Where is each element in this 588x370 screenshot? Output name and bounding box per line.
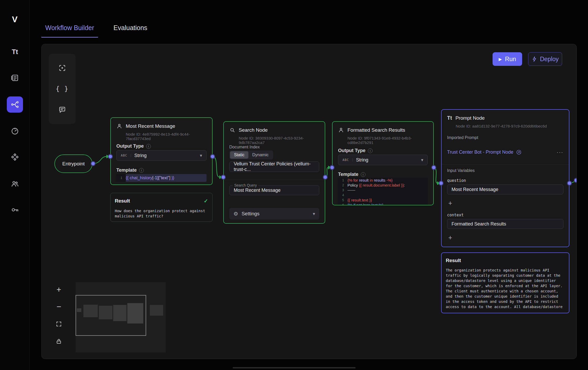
output-type-select[interactable]: ABC String ▾ (116, 150, 207, 161)
result-box-most-recent-message: Result ✓ How does the organization prote… (110, 193, 213, 222)
blocks-icon (11, 153, 19, 161)
deploy-button[interactable]: Deploy (528, 52, 562, 66)
edge-prompt-to-output (569, 181, 576, 183)
tab-evaluations[interactable]: Evaluations (110, 22, 151, 38)
edge-formatted-to-prompt (434, 167, 437, 183)
node-title: Formatted Search Results (347, 127, 405, 133)
tab-workflow-builder[interactable]: Workflow Builder (41, 22, 98, 38)
zoom-in-button[interactable]: + (54, 285, 64, 295)
toggle-dynamic[interactable]: Dynamic (248, 151, 272, 159)
code-line: 1{% for result in results -%} (338, 178, 428, 183)
string-type-icon: ABC (342, 158, 353, 162)
variable-name-context: context (447, 213, 464, 217)
document-index-label: Document Index (229, 145, 260, 149)
settings-accordion[interactable]: ⚙ Settings ▾ (229, 208, 319, 219)
lightning-icon (532, 56, 537, 62)
home-indicator (233, 367, 356, 368)
sidebar-item-prompts[interactable]: Tt (7, 44, 23, 60)
focus-tool-button[interactable] (55, 61, 69, 75)
users-icon (11, 180, 19, 188)
node-formatted-search-results[interactable]: Formatted Search Results Node ID: 9f0713… (332, 121, 434, 205)
imported-prompt-row: Trust Center Bot - Prompt Node ··· (447, 146, 563, 158)
edge-mrm-to-search (213, 157, 219, 177)
code-line: 1{{ chat_history[-1]["text"] }} (116, 174, 207, 182)
node-title: Prompt Node (455, 115, 485, 121)
minimap-node (113, 305, 127, 321)
output-type-label: Output Type i (338, 148, 373, 153)
fit-view-button[interactable] (54, 319, 64, 329)
node-most-recent-message[interactable]: Most Recent Message Node ID: 4e875992-8e… (110, 117, 213, 185)
result-box-prompt: Result The organization protects against… (441, 252, 569, 313)
run-button[interactable]: ▶ Run (493, 52, 522, 66)
template-label: Template i (338, 172, 366, 177)
open-external-icon[interactable] (516, 149, 522, 155)
chevron-down-icon: ▾ (200, 153, 202, 158)
fullscreen-icon (56, 321, 62, 327)
sidebar-item-workflows[interactable] (7, 96, 23, 113)
result-title: Result (115, 198, 130, 204)
sidebar-item-documents[interactable] (7, 70, 23, 86)
input-variables-label: Input Variables (447, 168, 475, 173)
sidebar-item-evaluations[interactable] (7, 123, 23, 139)
check-icon: ✓ (204, 198, 208, 204)
minimap[interactable] (76, 282, 166, 352)
search-query-label: Search Query (233, 183, 258, 187)
code-line: 2Policy {{ result.document.label }}: (338, 183, 428, 188)
sidebar: V Tt (0, 0, 30, 370)
add-variable-value-button[interactable]: + (446, 199, 455, 207)
imported-prompt-label: Imported Prompt (447, 135, 478, 140)
top-tabs: Workflow Builder Evaluations (41, 22, 151, 38)
string-type-icon: ABC (121, 154, 131, 157)
arrowhead (219, 175, 223, 179)
more-menu-icon[interactable]: ··· (557, 149, 563, 155)
output-type-select[interactable]: ABC String ▾ (338, 155, 428, 165)
search-query-input[interactable]: Search Query Most Recent Message (229, 185, 319, 195)
node-title: Most Recent Message (126, 123, 175, 129)
chevron-down-icon: ▾ (313, 211, 315, 217)
variable-question-input[interactable]: Most Recent Message (447, 184, 563, 194)
edge-search-to-formatted (325, 167, 328, 177)
plus-icon: + (448, 234, 452, 242)
code-line: 3------ (338, 188, 428, 193)
workflow-canvas[interactable]: { } ▶ Run Deploy Entrypoint Most Recent … (41, 44, 577, 359)
chevron-down-icon: ▾ (421, 157, 423, 163)
minimap-node (83, 305, 98, 317)
lock-button[interactable] (54, 336, 64, 346)
entrypoint-node[interactable]: Entrypoint (54, 154, 93, 173)
node-header: Formatted Search Results (338, 127, 428, 133)
chat-tool-button[interactable] (55, 103, 69, 117)
node-id: Node ID: 4e875992-8e13-4df4-9c44-7facd37… (126, 132, 212, 141)
sidebar-item-users[interactable] (7, 176, 23, 192)
zoom-out-button[interactable]: − (54, 302, 64, 312)
document-index-input[interactable]: Vellum Trust Center Policies (vellum-tru… (229, 161, 319, 172)
template-editor[interactable]: 1{% for result in results -%}2Policy {{ … (338, 178, 428, 205)
variable-context-input[interactable]: Formatted Search Results (447, 219, 563, 229)
minimap-node (99, 306, 112, 319)
workflow-icon (11, 100, 19, 109)
node-prompt[interactable]: Tt Prompt Node Node ID: aa81d132-9e77-42… (441, 109, 569, 247)
info-icon: i (361, 172, 366, 177)
toggle-static[interactable]: Static (230, 151, 248, 159)
scan-icon (58, 64, 66, 72)
edge-entrypoint-to-mrm (93, 157, 106, 164)
play-icon: ▶ (499, 57, 502, 62)
template-editor[interactable]: 1{{ chat_history[-1]["text"] }} (116, 174, 207, 182)
info-icon: i (146, 144, 151, 149)
node-search[interactable]: Search Node Node ID: 38309330-8097-4c53-… (223, 121, 325, 224)
arrowhead (106, 155, 110, 158)
code-tool-button[interactable]: { } (55, 82, 69, 96)
index-mode-toggle: Static Dynamic (229, 151, 273, 159)
minimap-node (77, 308, 81, 312)
entrypoint-label: Entrypoint (62, 161, 85, 167)
result-title: Result (446, 258, 461, 263)
sidebar-item-modules[interactable] (7, 149, 23, 165)
prompt-link[interactable]: Trust Center Bot - Prompt Node (447, 149, 513, 155)
node-id: Node ID: 38309330-8097-4c53-9234-9db787a… (239, 136, 325, 145)
person-icon (116, 123, 122, 129)
minimap-node (150, 305, 163, 316)
add-variable-value-button[interactable]: + (446, 233, 455, 242)
text-prompt-icon: Tt (12, 48, 18, 56)
sidebar-item-api-keys[interactable] (7, 202, 23, 218)
prompt-icon: Tt (447, 115, 452, 121)
arrowhead (328, 166, 332, 169)
